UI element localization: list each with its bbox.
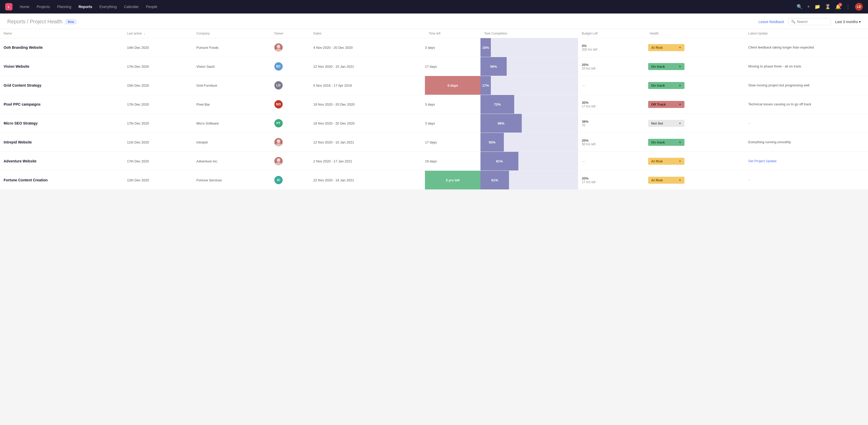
health-label: Off Track: [651, 102, 666, 106]
time-left-cell: 17 days: [425, 57, 480, 76]
company-cell: Pixel Bar: [193, 95, 271, 114]
breadcrumb: Reports / Project Health: [7, 19, 62, 25]
time-left-value: 0 days: [425, 76, 480, 95]
health-dropdown[interactable]: At Risk ▼: [648, 158, 684, 165]
health-label: At Risk: [651, 46, 663, 50]
dates-cell: 12 Nov 2020 - 15 Jan 2021: [310, 57, 425, 76]
svg-point-2: [277, 139, 280, 143]
project-name[interactable]: Fortune Content Creation: [4, 178, 48, 182]
clock-icon[interactable]: ⏳: [825, 4, 831, 10]
task-bar-empty: [491, 38, 578, 57]
avatar: [274, 138, 283, 146]
nav-home[interactable]: Home: [20, 4, 29, 10]
task-bar-empty: [518, 152, 578, 170]
health-dropdown[interactable]: On track ▼: [648, 139, 684, 146]
nav-reports[interactable]: Reports: [79, 4, 92, 10]
leave-feedback-link[interactable]: Leave feedback: [758, 20, 784, 24]
user-avatar[interactable]: LD: [855, 3, 863, 11]
search-icon[interactable]: 🔍: [797, 4, 802, 10]
health-cell: At Risk ▼: [646, 152, 745, 171]
health-dropdown[interactable]: Off Track ▼: [648, 101, 684, 108]
project-name[interactable]: Pixel PPC campaigns: [4, 102, 40, 106]
task-completion-cell: 72%: [480, 95, 578, 114]
time-left-cell: 17 days: [425, 133, 480, 152]
health-cell: On track ▼: [646, 133, 745, 152]
nav-everything[interactable]: Everything: [99, 4, 117, 10]
app-logo[interactable]: t.: [5, 3, 12, 10]
search-box[interactable]: 🔍: [788, 18, 831, 25]
nav-planning[interactable]: Planning: [57, 4, 71, 10]
time-left-cell: 3 days: [425, 114, 480, 133]
task-bar-empty: [504, 133, 578, 152]
task-bar-fill: 15%: [480, 38, 491, 57]
task-completion-cell: 50%: [480, 133, 578, 152]
health-label: Not Set: [651, 122, 663, 125]
task-bar-fill: 72%: [480, 95, 514, 113]
owner-cell: LD: [271, 76, 310, 95]
project-name[interactable]: Adventure Website: [4, 159, 37, 163]
dates-cell: 22 Nov 2020 - 19 Jan 2021: [310, 171, 425, 190]
project-name[interactable]: Intrepid Website: [4, 140, 32, 144]
last-active-cell: 17th Dec 2020: [123, 57, 193, 76]
task-completion-cell: 88%: [480, 114, 578, 133]
page-header: Reports / Project Health Beta Leave feed…: [0, 13, 868, 29]
health-label: At Risk: [651, 178, 663, 182]
project-name[interactable]: Micro SEO Strategy: [4, 121, 38, 125]
company-cell: Adventure Inc.: [193, 152, 271, 171]
health-dropdown[interactable]: At Risk ▼: [648, 44, 684, 51]
project-name-cell: Grid Content Strategy: [0, 76, 123, 95]
set-project-update-link[interactable]: Set Project Update: [748, 159, 777, 163]
last-active-cell: 12th Dec 2020: [123, 171, 193, 190]
last-active-cell: 17th Dec 2020: [123, 152, 193, 171]
folder-icon[interactable]: 📁: [814, 4, 820, 10]
add-icon[interactable]: +: [807, 4, 810, 10]
avatar: NO: [274, 100, 283, 108]
latest-update-cell: --: [745, 114, 868, 133]
health-dropdown[interactable]: At Risk ▼: [648, 177, 684, 184]
budget-hrs: 10 hrs left: [582, 67, 642, 70]
time-left-cell: 3 days: [425, 38, 480, 57]
svg-point-5: [275, 162, 282, 165]
project-name[interactable]: Ooh Branding Website: [4, 45, 43, 50]
avatar: LD: [274, 81, 283, 90]
time-filter[interactable]: Last 3 months ▾: [835, 20, 861, 24]
owner-cell: [271, 38, 310, 57]
nav-calendar[interactable]: Calendar: [124, 4, 139, 10]
project-name[interactable]: Grid Content Strategy: [4, 83, 41, 88]
owner-cell: BC: [271, 57, 310, 76]
last-active-cell: 14th Dec 2020: [123, 38, 193, 57]
health-label: At Risk: [651, 159, 663, 163]
task-completion-cell: 56%: [480, 57, 578, 76]
avatar-svg: [274, 138, 283, 146]
latest-update-cell: Client feedback taking longer than expec…: [745, 38, 868, 57]
project-name[interactable]: Vision Website: [4, 64, 29, 68]
budget-hrs: 70: [582, 124, 642, 127]
budget-pct: 38%: [582, 120, 642, 124]
task-completion-cell: 17%: [480, 76, 578, 95]
health-dropdown[interactable]: On track ▼: [648, 82, 684, 89]
avatar: BC: [274, 62, 283, 71]
col-task-completion: Task Completion: [480, 29, 578, 38]
health-dropdown[interactable]: Not Set ▼: [648, 120, 684, 127]
top-navigation: t. Home Projects Planning Reports Everyt…: [0, 0, 868, 13]
budget-left-cell: 20%10 hrs left: [578, 57, 646, 76]
project-name-cell: Ooh Branding Website: [0, 38, 123, 57]
table-row: Micro SEO Strategy17th Dec 2020Micro Sof…: [0, 114, 868, 133]
nav-projects[interactable]: Projects: [37, 4, 50, 10]
table-row: Pixel PPC campaigns17th Dec 2020Pixel Ba…: [0, 95, 868, 114]
col-latest-update: Latest Update: [745, 29, 868, 38]
time-left-value: 2 yrs left: [425, 171, 480, 189]
budget-left-cell: 38%70: [578, 114, 646, 133]
dates-cell: 19 Nov 2020 - 20 Dec 2020: [310, 114, 425, 133]
notification-icon[interactable]: 🔔 1: [835, 4, 841, 10]
task-bar-wrap: 50%: [480, 133, 578, 152]
col-last-active[interactable]: Last active ↓: [123, 29, 193, 38]
nav-people[interactable]: People: [146, 4, 157, 10]
grid-icon[interactable]: ⋮: [846, 4, 850, 10]
sort-icon: ↓: [144, 32, 145, 35]
avatar: [274, 157, 283, 165]
search-input[interactable]: [797, 20, 828, 24]
owner-cell: [271, 152, 310, 171]
dates-cell: 19 Nov 2020 - 20 Dec 2020: [310, 95, 425, 114]
health-dropdown[interactable]: On track ▼: [648, 63, 684, 70]
